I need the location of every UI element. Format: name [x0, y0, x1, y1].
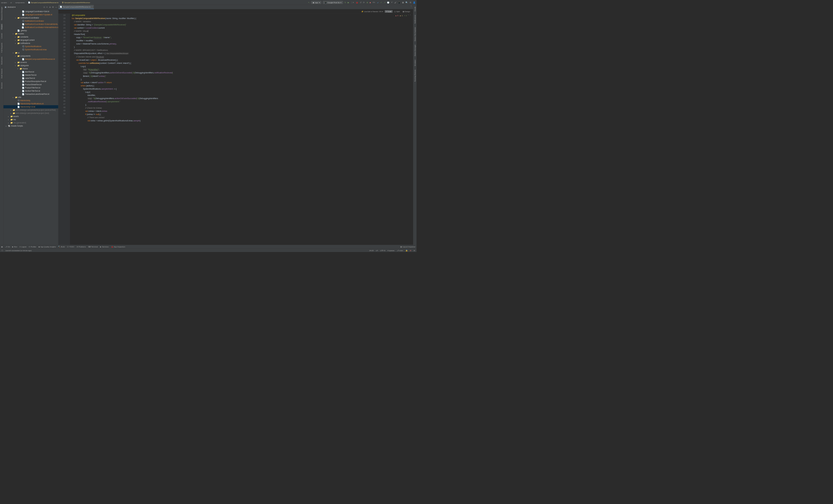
tree-item[interactable]: 📄NotificationCoordinator+InternalIntents…: [3, 26, 58, 29]
code-editor[interactable]: 1920212223242526272829303132333435363738…: [58, 14, 413, 245]
git-commit-icon[interactable]: ✓: [380, 1, 382, 4]
debug-icon[interactable]: 🐞: [356, 1, 358, 4]
device-dropdown[interactable]: 📱 Google Pixel 3a ▾: [323, 1, 343, 4]
tree-item[interactable]: 📄SampleComposableWithReceiver.kt: [3, 57, 58, 61]
status-process-icon[interactable]: ⊞: [413, 249, 415, 251]
tool-todo[interactable]: ☑ TODO: [67, 246, 74, 248]
gear-icon[interactable]: ⚙: [52, 6, 54, 8]
tool-run[interactable]: ▶ Run: [12, 246, 17, 248]
rail-device-manager[interactable]: Device Manager: [414, 44, 415, 57]
rail-project[interactable]: Project: [1, 24, 3, 30]
rail-build-variants[interactable]: Build Variants: [1, 68, 3, 79]
tab-more-icon[interactable]: ⋮: [409, 5, 413, 9]
user-icon[interactable]: 👤: [413, 1, 415, 4]
git-push-icon[interactable]: ↗: [384, 1, 385, 4]
tree-item[interactable]: 📄.gitkeep: [3, 29, 58, 32]
breadcrumb-part[interactable]: rproject: [1, 1, 7, 3]
settings-icon[interactable]: ⚙: [409, 1, 411, 4]
tree-item[interactable]: ▾📁components: [3, 54, 58, 57]
tool-services[interactable]: ▶ Services: [100, 246, 109, 248]
breadcrumb-part[interactable]: components: [15, 1, 25, 3]
tree-item[interactable]: ▸📁com.delasign.samplestarterproject (tes…: [3, 111, 58, 115]
paint-icon[interactable]: 🖌: [395, 1, 397, 4]
indent-setting[interactable]: 4 spaces: [387, 249, 395, 251]
tree-item[interactable]: ⒸSystemNotifications: [3, 45, 58, 48]
code-content[interactable]: @Composablefun SampleComposableWithRecei…: [70, 14, 413, 245]
rail-running-devices[interactable]: Running Devices: [414, 69, 415, 82]
tree-item[interactable]: ▸📁res (generated): [3, 121, 58, 124]
line-gutter[interactable]: 1920212223242526272829303132333435363738…: [58, 14, 67, 245]
rail-structure[interactable]: Structure: [1, 82, 3, 89]
profile-icon[interactable]: ⊕: [366, 1, 368, 4]
tree-item[interactable]: ▸📁utils: [3, 96, 58, 99]
tree-item[interactable]: 📄ProductDescriptionText.kt: [3, 80, 58, 83]
coverage-icon[interactable]: ⟳: [363, 1, 365, 4]
undo-icon[interactable]: ↶: [391, 1, 393, 4]
tree-item[interactable]: 📄NotificationCoordinator+ExternalIntents…: [3, 23, 58, 26]
tree-item[interactable]: 📄TransactionLabelSmallText.kt: [3, 93, 58, 96]
rail-notifications[interactable]: Notifications: [414, 15, 415, 24]
rail-commit[interactable]: Commit: [1, 33, 3, 39]
status-icon[interactable]: ☐: [1, 249, 3, 251]
close-tab-icon[interactable]: ×: [91, 6, 93, 8]
tree-item[interactable]: ▾📁styleguide: [3, 64, 58, 67]
breadcrumb-func[interactable]: ⦿ SampleComposableWithReceiver: [62, 1, 90, 3]
tool-logcat[interactable]: ≡ Logcat: [20, 246, 27, 248]
lock-icon[interactable]: 🔒: [405, 249, 408, 251]
rail-device-file[interactable]: Device File Explorer: [414, 26, 415, 42]
tool-window-icon[interactable]: ▣: [1, 246, 3, 248]
collapse-icon[interactable]: ⇊: [49, 6, 51, 8]
cursor-position[interactable]: 24:20: [370, 249, 374, 251]
tree-item[interactable]: 📄LanguageCoordinator+Get.kt: [3, 10, 58, 13]
rail-bookmarks[interactable]: Bookmarks: [1, 56, 3, 65]
nav-back-icon[interactable]: ↖: [308, 1, 310, 4]
hide-icon[interactable]: —: [55, 6, 57, 8]
editor-tab[interactable]: 📄 SampleComposableWithReceiver.kt ×: [58, 5, 94, 9]
breadcrumb[interactable]: rproject 〉 ui 〉 components 〉 📄 SampleCom…: [1, 1, 90, 4]
tree-item[interactable]: 📄LabelText.kt: [3, 77, 58, 80]
breadcrumb-file[interactable]: 📄 SampleComposableWithReceiver.kt: [28, 1, 58, 3]
view-code-button[interactable]: ≡ Code: [385, 10, 393, 13]
rail-pull-requests[interactable]: Pull Requests: [1, 42, 3, 53]
tool-profiler[interactable]: ⊙ Profiler: [29, 246, 36, 248]
nav-down-icon[interactable]: ˅: [410, 15, 411, 17]
stop-icon[interactable]: ■: [370, 1, 371, 4]
view-split-button[interactable]: ◫ Split: [393, 10, 401, 13]
tree-item[interactable]: 📄MainActivity+Notifications.kt: [3, 102, 58, 105]
rail-gradle[interactable]: Gradle: [414, 6, 415, 12]
history-icon[interactable]: 🕐: [387, 1, 389, 4]
tool-problems[interactable]: ⊘ Problems: [77, 246, 86, 248]
tree-item[interactable]: ▸📁com.delasign.samplestarterproject (and…: [3, 108, 58, 111]
sync-icon[interactable]: ↺: [360, 1, 361, 4]
tree-item[interactable]: ⒸSystemNotificationsExtras: [3, 48, 58, 51]
tool-terminal[interactable]: ⌨ Terminal: [88, 246, 98, 248]
tree-item[interactable]: ▾📁theme: [3, 67, 58, 70]
git-pull-icon[interactable]: ↙: [377, 1, 379, 4]
problems-summary[interactable]: ▲ 5 ▲ 1 ✓ 2 ˄ ˅: [395, 15, 411, 17]
tool-build[interactable]: 🔨 Build: [58, 246, 65, 248]
project-tree[interactable]: 📄LanguageCoordinator+Get.kt📄LanguageCoor…: [3, 9, 58, 245]
search-icon[interactable]: 🔍: [405, 1, 408, 4]
tree-item[interactable]: ⒸMainActivity: [3, 99, 58, 102]
tree-item[interactable]: ▾📁ui: [3, 51, 58, 54]
tree-item[interactable]: ▸🐘Gradle Scripts: [3, 124, 58, 127]
line-ending[interactable]: LF: [376, 249, 378, 251]
tree-item[interactable]: ▸📁languageContent: [3, 39, 58, 42]
tree-item[interactable]: ▸📁assets: [3, 115, 58, 118]
tree-item[interactable]: ▸📁res: [3, 118, 58, 121]
git-branch[interactable]: ⎇ main: [397, 249, 403, 251]
device-icon[interactable]: 📱: [398, 1, 400, 4]
tree-item[interactable]: 📄ProductDetailText.kt: [3, 83, 58, 86]
tree-item[interactable]: ▸📁screens: [3, 61, 58, 64]
breadcrumb-part[interactable]: ui: [10, 1, 12, 3]
tree-item[interactable]: ⒸNotificationCoordinator: [3, 19, 58, 23]
run-config-dropdown[interactable]: ▣ app ▾: [311, 1, 322, 4]
live-edit-toggle[interactable]: ⚡ Live Edit of literals: ON ▾: [361, 10, 383, 12]
tree-item[interactable]: 📄SectionTitleText.kt: [3, 89, 58, 93]
locate-icon[interactable]: ⊙: [43, 6, 45, 8]
tree-item[interactable]: ▾📁notifications: [3, 42, 58, 45]
tree-item[interactable]: ▾📁notificationCoordinator: [3, 16, 58, 19]
project-view-dropdown[interactable]: Android ▾: [7, 6, 16, 8]
rail-resource-manager[interactable]: Resource Manager: [1, 6, 3, 21]
nav-up-icon[interactable]: ˄: [408, 15, 409, 17]
